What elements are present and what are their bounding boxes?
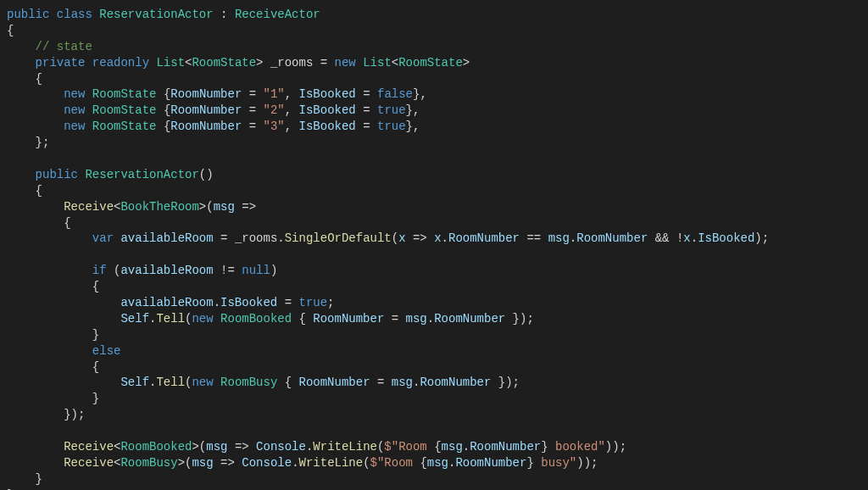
kw-public: public — [7, 8, 49, 21]
type-receiveactor: ReceiveActor — [235, 8, 320, 21]
str-room2: "2" — [264, 103, 285, 117]
field-rooms: _rooms — [270, 56, 313, 70]
var-availableroom: availableRoom — [120, 231, 213, 245]
type-reservationactor: ReservationActor — [99, 8, 213, 21]
str-room3: "3" — [264, 120, 285, 133]
comment-state: // state — [36, 40, 92, 53]
kw-class: class — [57, 8, 92, 21]
str-room1: "1" — [264, 87, 285, 101]
ctor-reservationactor: ReservationActor — [85, 168, 198, 181]
meth-receive: Receive — [64, 200, 114, 214]
code-block: public class ReservationActor : ReceiveA… — [7, 8, 769, 490]
